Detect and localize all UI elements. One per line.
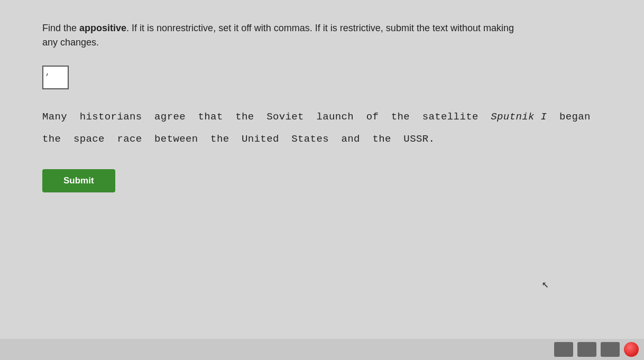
instruction-paragraph: Find the appositive. If it is nonrestric… <box>42 21 518 50</box>
main-content: Find the appositive. If it is nonrestric… <box>0 0 644 214</box>
taskbar-btn-3[interactable] <box>601 342 620 357</box>
taskbar <box>0 339 644 360</box>
sputnik-italic: Sputnik I <box>491 111 547 123</box>
sentence-line-1: Many historians agree that the Soviet la… <box>42 108 602 126</box>
taskbar-circle-icon <box>624 342 639 357</box>
input-cursor: , <box>45 68 50 77</box>
text-input-box[interactable]: , <box>42 66 69 89</box>
bold-appositive: appositive <box>79 23 126 33</box>
submit-button[interactable]: Submit <box>42 169 115 192</box>
taskbar-btn-2[interactable] <box>577 342 596 357</box>
sentence-line-2: the space race between the United States… <box>42 130 602 148</box>
mouse-cursor-icon: ↖ <box>542 277 549 291</box>
taskbar-btn-1[interactable] <box>554 342 573 357</box>
sentence-block: Many historians agree that the Soviet la… <box>42 108 602 148</box>
